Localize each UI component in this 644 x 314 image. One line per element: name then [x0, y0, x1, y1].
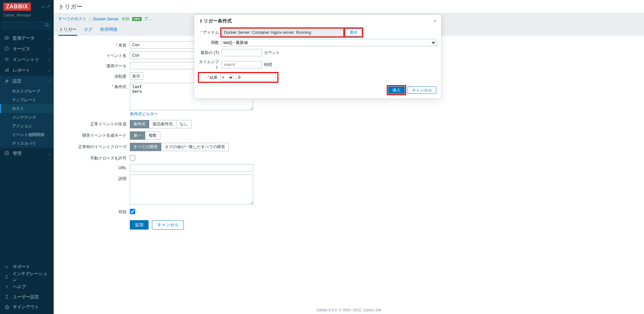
sidebar-toggles: ‹‹ ⤢ [42, 4, 50, 9]
app-root: ZABBIX ‹‹ ⤢ Zabbix_Manager 監視データ ⌄ [0, 0, 644, 314]
sub-hosts[interactable]: ホスト [0, 104, 54, 113]
chevron-down-icon: ⌄ [48, 58, 50, 62]
modal-cancel-button[interactable]: キャンセル [408, 86, 436, 94]
modal-label-timeshift: タイムシフト [199, 59, 222, 70]
sub-label: ホスト [12, 106, 24, 112]
modal-body: *アイテム 選択 関数 last() [194, 27, 441, 99]
svg-point-2 [6, 37, 7, 39]
modal-result-input[interactable] [236, 74, 276, 81]
sub-discovery[interactable]: ディスカバリ [0, 139, 54, 148]
foot-support[interactable]: ⎋ サポート [0, 262, 54, 272]
sub-actions[interactable]: アクション› [0, 122, 54, 130]
eye-icon [3, 36, 10, 41]
modal-time-suffix: 時間 [264, 62, 272, 68]
close-icon[interactable]: × [433, 18, 436, 24]
sub-label: ホストグループ [12, 88, 40, 94]
sub-correlation[interactable]: イベント相関関係 [0, 130, 54, 139]
main-area: トリガー すべてのホスト / Docker Server 有効 ZBX ア… ト… [54, 0, 644, 314]
signout-icon: ⏻ [3, 305, 10, 310]
svg-rect-8 [6, 69, 7, 71]
z-icon: Z [3, 274, 10, 279]
sidebar-header: ZABBIX ‹‹ ⤢ [0, 0, 54, 13]
sub-label: メンテナンス [12, 115, 36, 120]
svg-line-1 [48, 26, 49, 27]
sub-label: アクション [12, 123, 32, 129]
wrench-icon [3, 78, 10, 84]
chevron-up-icon: ⌃ [48, 79, 50, 83]
modal-title: トリガー条件式 [199, 18, 232, 24]
foot-help[interactable]: ? ヘルプ [0, 282, 54, 292]
sub-label: イベント相関関係 [12, 132, 44, 138]
barchart-icon [3, 68, 10, 73]
nav-inventory[interactable]: インベントリ ⌄ [0, 54, 54, 65]
svg-rect-9 [8, 68, 8, 72]
modal-item-input[interactable] [222, 29, 343, 36]
logo[interactable]: ZABBIX [3, 3, 31, 11]
chevron-down-icon: ⌄ [48, 69, 50, 72]
foot-label: ヘルプ [13, 284, 26, 290]
modal-actions: 挿入 キャンセル [199, 86, 436, 94]
nav-label: インベントリ [13, 57, 39, 63]
modal-last-input[interactable] [222, 49, 262, 56]
search-input[interactable] [3, 21, 51, 29]
modal-timeshift-input[interactable] [222, 61, 262, 68]
list-icon [3, 57, 10, 63]
collapse-icon[interactable]: ‹‹ [42, 4, 45, 9]
foot-integration[interactable]: Z インテグレーション [0, 272, 54, 282]
config-submenu: ホストグループ テンプレート ホスト メンテナンス アクション› イベント相関関… [0, 86, 54, 148]
modal-label-item: *アイテム [199, 30, 222, 36]
svg-point-11 [6, 295, 7, 296]
nav-label: 監視データ [13, 35, 35, 41]
sub-hostgroups[interactable]: ホストグループ [0, 87, 54, 96]
chevron-down-icon: ⌄ [48, 37, 50, 40]
modal-label-result: *結果 [200, 75, 220, 80]
modal-count-suffix: カウント [264, 50, 280, 56]
svg-rect-7 [5, 70, 6, 72]
nav-reports[interactable]: レポート ⌄ [0, 65, 54, 76]
condition-modal: トリガー条件式 × *アイテム 選択 [194, 14, 441, 99]
svg-point-0 [45, 23, 48, 26]
sub-maintenance[interactable]: メンテナンス [0, 113, 54, 122]
nav-services[interactable]: サービス ⌄ [0, 44, 54, 54]
nav-label: レポート [13, 67, 30, 73]
select-button[interactable]: 選択 [345, 29, 362, 36]
chevron-right-icon: › [49, 124, 50, 128]
foot-signout[interactable]: ⏻ サインアウト [0, 302, 54, 312]
modal-label-func: 関数 [199, 40, 222, 46]
headset-icon: ⎋ [3, 264, 10, 269]
sidebar-search [3, 21, 51, 29]
sidebar: ZABBIX ‹‹ ⤢ Zabbix_Manager 監視データ ⌄ [0, 0, 54, 314]
sidebar-nav: 監視データ ⌄ サービス ⌄ インベントリ ⌄ [0, 33, 54, 262]
modal-label-last: 最新の (T) [199, 50, 222, 56]
modal-overlay: トリガー条件式 × *アイテム 選択 [54, 0, 644, 314]
nav-config[interactable]: 設定 ⌃ [0, 76, 54, 86]
modal-func-select[interactable]: last() - 最新値 [222, 39, 436, 46]
user-icon [3, 294, 10, 300]
foot-label: ユーザー設定 [13, 294, 39, 300]
chevron-down-icon: ⌄ [48, 152, 50, 155]
nav-label: サービス [13, 46, 30, 52]
expand-icon[interactable]: ⤢ [47, 4, 50, 9]
foot-usersettings[interactable]: ユーザー設定 [0, 292, 54, 302]
modal-header: トリガー条件式 × [194, 15, 441, 27]
sub-label: ディスカバリ [12, 141, 36, 146]
svg-point-10 [6, 152, 7, 154]
help-icon: ? [3, 285, 10, 290]
search-icon[interactable] [45, 23, 49, 28]
foot-label: インテグレーション [12, 271, 50, 283]
nav-label: 管理 [13, 150, 21, 156]
nav-label: 設定 [13, 78, 21, 84]
insert-button[interactable]: 挿入 [388, 86, 405, 94]
nav-admin[interactable]: 管理 ⌄ [0, 148, 54, 159]
sub-label: テンプレート [12, 97, 36, 103]
gear-icon [3, 151, 10, 156]
sidebar-subtitle: Zabbix_Manager [0, 13, 54, 20]
sidebar-footer: ⎋ サポート Z インテグレーション ? ヘルプ ユーザー設定 ⏻ サインアウト [0, 262, 54, 314]
clock-icon [3, 46, 10, 52]
chevron-down-icon: ⌄ [48, 47, 50, 51]
nav-monitoring[interactable]: 監視データ ⌄ [0, 33, 54, 44]
sub-templates[interactable]: テンプレート [0, 96, 54, 104]
foot-label: サインアウト [13, 304, 39, 310]
modal-operator-select[interactable]: = [220, 74, 234, 81]
foot-label: サポート [13, 264, 30, 270]
